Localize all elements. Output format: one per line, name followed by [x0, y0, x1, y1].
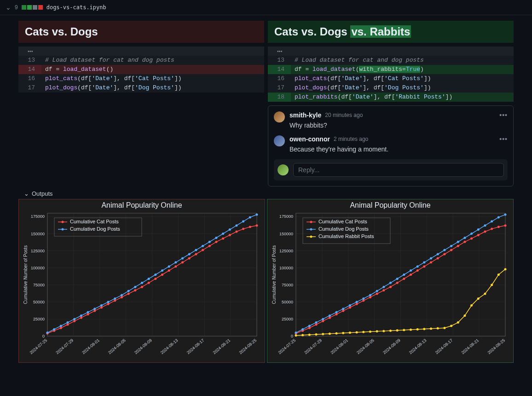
svg-text:50000: 50000 — [33, 300, 45, 304]
line-number[interactable]: 16 — [18, 74, 41, 83]
svg-point-221 — [376, 330, 378, 332]
svg-point-237 — [484, 293, 486, 295]
svg-point-196 — [423, 261, 425, 263]
code-line: 17plot_dogs(df['Date'], df['Dog Posts']) — [268, 83, 514, 93]
svg-point-149 — [322, 320, 324, 322]
svg-point-178 — [301, 328, 304, 331]
comment-author[interactable]: owen-connor — [289, 135, 330, 143]
avatar[interactable] — [278, 164, 289, 175]
expand-icon[interactable]: ••• — [18, 47, 264, 56]
svg-point-58 — [188, 257, 191, 259]
change-count: 9 — [15, 4, 18, 11]
svg-point-175 — [497, 226, 500, 228]
reply-row — [274, 159, 508, 181]
svg-text:2024-08-09: 2024-08-09 — [133, 338, 153, 355]
line-number[interactable]: 13 — [18, 56, 41, 65]
svg-text:Cumulative Cat Posts: Cumulative Cat Posts — [318, 219, 367, 224]
svg-point-94 — [215, 237, 217, 239]
svg-point-236 — [477, 297, 480, 300]
svg-point-164 — [423, 265, 425, 268]
svg-text:25000: 25000 — [282, 317, 293, 321]
expand-icon[interactable]: ••• — [268, 47, 514, 56]
svg-point-93 — [208, 241, 211, 243]
comment-thread: smith-kyle 20 minutes ago Why rabbits? •… — [268, 105, 514, 186]
svg-point-174 — [491, 228, 493, 230]
svg-point-78 — [107, 301, 110, 303]
svg-text:150000: 150000 — [279, 232, 293, 236]
svg-point-74 — [80, 314, 82, 317]
line-number[interactable]: 18 — [268, 93, 291, 102]
svg-point-103 — [62, 221, 64, 223]
svg-point-207 — [497, 216, 500, 218]
line-number[interactable]: 14 — [18, 65, 41, 74]
svg-point-62 — [215, 241, 217, 243]
code-content: plot_cats(df['Date'], df['Cat Posts']) — [291, 74, 514, 83]
svg-point-186 — [356, 301, 358, 303]
svg-point-48 — [121, 296, 123, 298]
svg-point-77 — [100, 304, 103, 307]
svg-point-66 — [242, 228, 244, 230]
svg-point-209 — [295, 334, 297, 337]
svg-point-234 — [463, 314, 466, 317]
svg-point-205 — [484, 224, 486, 227]
svg-point-167 — [443, 253, 445, 256]
filename[interactable]: dogs-vs-cats.ipynb — [46, 4, 106, 11]
svg-point-214 — [329, 332, 331, 335]
svg-point-216 — [342, 332, 344, 334]
svg-point-70 — [53, 328, 55, 331]
comment-author[interactable]: smith-kyle — [289, 111, 321, 119]
svg-point-165 — [430, 261, 432, 263]
svg-text:2024-08-01: 2024-08-01 — [330, 338, 349, 355]
code-content: df = load_dataset(with_rabbits=True) — [291, 65, 514, 74]
line-number[interactable]: 14 — [268, 65, 291, 74]
svg-point-98 — [242, 220, 244, 222]
svg-point-61 — [208, 245, 211, 247]
svg-point-75 — [87, 311, 89, 314]
svg-point-91 — [195, 249, 197, 251]
chevron-down-icon[interactable]: ⌄ — [6, 4, 11, 11]
avatar[interactable] — [274, 111, 285, 122]
svg-point-68 — [256, 224, 258, 227]
svg-point-47 — [114, 299, 116, 302]
kebab-icon[interactable]: ••• — [499, 135, 508, 143]
code-content: plot_cats(df['Date'], df['Cat Posts']) — [41, 74, 264, 83]
line-number[interactable]: 17 — [18, 83, 41, 93]
svg-point-188 — [369, 294, 371, 297]
diff-stat-boxes — [22, 5, 43, 10]
reply-input[interactable] — [293, 163, 504, 177]
avatar[interactable] — [274, 135, 285, 146]
svg-point-208 — [504, 213, 507, 215]
line-number[interactable]: 16 — [268, 74, 291, 83]
svg-text:175000: 175000 — [31, 214, 45, 219]
line-number[interactable]: 17 — [268, 83, 291, 93]
svg-point-169 — [457, 245, 459, 247]
line-number[interactable]: 13 — [268, 56, 291, 65]
kebab-icon[interactable]: ••• — [499, 111, 508, 119]
svg-text:175000: 175000 — [279, 214, 293, 219]
svg-point-51 — [141, 286, 143, 288]
svg-text:25000: 25000 — [33, 317, 45, 321]
chart-right: Animal Popularity Online0250005000075000… — [267, 199, 514, 363]
chevron-down-icon[interactable]: ⌄ — [24, 190, 29, 197]
comment-text: Why rabbits? — [289, 122, 508, 129]
outputs-header[interactable]: ⌄ Outputs — [0, 186, 532, 199]
code-line: 18plot_rabbits(df['Date'], df['Rabbit Po… — [268, 93, 514, 102]
svg-point-192 — [396, 278, 399, 280]
svg-point-41 — [73, 320, 75, 322]
svg-text:2024-08-01: 2024-08-01 — [81, 338, 100, 355]
comment: owen-connor 2 minutes ago Because they'r… — [274, 135, 508, 153]
svg-point-147 — [308, 327, 311, 329]
file-header: ⌄ 9 dogs-vs-cats.ipynb — [0, 0, 532, 15]
code-content: plot_dogs(df['Date'], df['Dog Posts']) — [41, 83, 264, 93]
code-line: 17plot_dogs(df['Date'], df['Dog Posts']) — [18, 83, 264, 93]
svg-text:2024-08-05: 2024-08-05 — [356, 338, 375, 355]
svg-text:Cumulative Dog Posts: Cumulative Dog Posts — [70, 226, 120, 232]
svg-point-213 — [322, 333, 324, 335]
svg-point-43 — [87, 313, 89, 315]
svg-text:Cumulative Dog Posts: Cumulative Dog Posts — [318, 226, 369, 232]
svg-point-204 — [477, 228, 480, 231]
svg-point-231 — [443, 327, 445, 329]
svg-point-87 — [168, 265, 170, 268]
svg-point-82 — [134, 286, 136, 288]
svg-point-168 — [450, 249, 452, 251]
